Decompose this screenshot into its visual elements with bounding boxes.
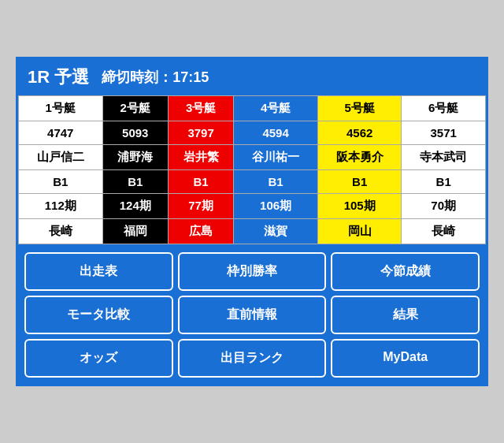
cell-period-1: 112期 xyxy=(19,194,103,219)
cell-name-3: 岩井繁 xyxy=(168,145,233,170)
action-button-3[interactable]: モータ比較 xyxy=(24,296,173,334)
cell-region-6: 長崎 xyxy=(402,219,486,244)
race-header: 1R 予選 締切時刻：17:15 xyxy=(18,59,486,95)
action-button-7[interactable]: 出目ランク xyxy=(178,339,327,378)
cell-number-1: 4747 xyxy=(19,121,103,145)
cell-label-6: 6号艇 xyxy=(402,96,486,121)
cell-grade-1: B1 xyxy=(19,170,103,194)
deadline-time: 17:15 xyxy=(172,69,209,85)
cell-name-4: 谷川祐一 xyxy=(234,145,318,170)
cell-label-1: 1号艇 xyxy=(19,96,103,121)
cell-grade-4: B1 xyxy=(234,170,318,194)
cell-period-6: 70期 xyxy=(402,194,486,219)
cell-label-3: 3号艇 xyxy=(168,96,233,121)
cell-name-1: 山戸信二 xyxy=(19,145,103,170)
cell-grade-6: B1 xyxy=(402,170,486,194)
action-button-5[interactable]: 結果 xyxy=(331,296,480,334)
cell-number-2: 5093 xyxy=(102,121,168,145)
cell-region-3: 広島 xyxy=(168,219,233,244)
cell-grade-2: B1 xyxy=(102,170,168,194)
cell-grade-5: B1 xyxy=(317,170,402,194)
cell-label-5: 5号艇 xyxy=(317,96,402,121)
cell-grade-3: B1 xyxy=(168,170,233,194)
action-buttons: 出走表枠別勝率今節成績モータ比較直前情報結果オッズ出目ランクMyData xyxy=(18,246,486,384)
deadline-label: 締切時刻： xyxy=(102,69,172,85)
cell-name-5: 阪本勇介 xyxy=(317,145,402,170)
cell-period-3: 77期 xyxy=(168,194,233,219)
action-button-2[interactable]: 今節成績 xyxy=(331,252,480,291)
action-button-6[interactable]: オッズ xyxy=(24,339,173,378)
cell-region-1: 長崎 xyxy=(19,219,103,244)
cell-name-6: 寺本武司 xyxy=(402,145,486,170)
cell-region-4: 滋賀 xyxy=(234,219,318,244)
action-button-0[interactable]: 出走表 xyxy=(24,252,173,291)
action-button-4[interactable]: 直前情報 xyxy=(178,296,327,334)
cell-number-3: 3797 xyxy=(168,121,233,145)
main-container: 1R 予選 締切時刻：17:15 1号艇2号艇3号艇4号艇5号艇6号艇47475… xyxy=(16,57,488,386)
cell-label-2: 2号艇 xyxy=(102,96,168,121)
cell-region-2: 福岡 xyxy=(102,219,168,244)
cell-label-4: 4号艇 xyxy=(234,96,318,121)
cell-period-5: 105期 xyxy=(317,194,402,219)
deadline-info: 締切時刻：17:15 xyxy=(102,68,209,87)
action-button-1[interactable]: 枠別勝率 xyxy=(178,252,327,291)
race-data-table: 1号艇2号艇3号艇4号艇5号艇6号艇4747509337974594456235… xyxy=(18,95,486,246)
race-title: 1R 予選 xyxy=(28,65,89,89)
action-button-8[interactable]: MyData xyxy=(331,339,480,378)
cell-number-6: 3571 xyxy=(402,121,486,145)
cell-number-5: 4562 xyxy=(317,121,402,145)
cell-number-4: 4594 xyxy=(234,121,318,145)
cell-period-4: 106期 xyxy=(234,194,318,219)
cell-name-2: 浦野海 xyxy=(102,145,168,170)
cell-period-2: 124期 xyxy=(102,194,168,219)
cell-region-5: 岡山 xyxy=(317,219,402,244)
